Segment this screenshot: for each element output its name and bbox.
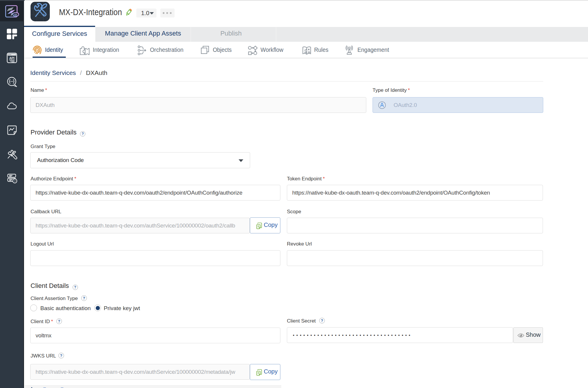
svg-text:MX: MX [14, 14, 17, 16]
svg-text:?: ? [14, 180, 15, 183]
svg-text:API: API [9, 56, 15, 60]
